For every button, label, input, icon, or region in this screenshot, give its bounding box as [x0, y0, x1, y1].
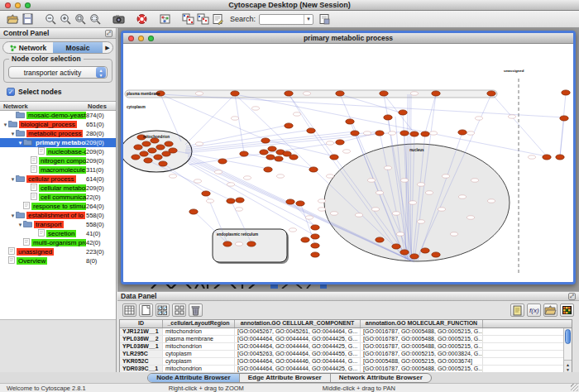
gene-node[interactable] — [458, 130, 467, 135]
gene-node[interactable] — [156, 145, 165, 150]
gene-node[interactable] — [266, 155, 275, 160]
resize-grip[interactable] — [571, 384, 578, 391]
zoom-selected-icon[interactable] — [73, 12, 88, 26]
select-nodes-checkbox[interactable]: ✓ — [7, 88, 15, 96]
save-report-icon[interactable] — [317, 12, 332, 26]
tree-row-nitrogen-compou[interactable]: nitrogen compou209(0) — [0, 156, 116, 165]
gene-node[interactable] — [392, 244, 400, 249]
edge[interactable] — [194, 211, 227, 243]
edge[interactable] — [560, 118, 564, 156]
tab-network[interactable]: Network — [3, 42, 53, 53]
cell-id[interactable]: YPL036W__1 — [120, 343, 163, 350]
edge[interactable] — [146, 160, 231, 200]
gene-node[interactable] — [236, 198, 244, 203]
cell-mf[interactable]: [GO:0016787, GO:0005488, GO:0005215, G..… — [361, 328, 483, 335]
gene-node[interactable] — [346, 119, 354, 124]
attribute-table-icon[interactable] — [122, 304, 136, 317]
edge[interactable] — [185, 94, 235, 145]
gene-node[interactable] — [169, 148, 177, 153]
edge[interactable] — [425, 94, 436, 133]
gene-node[interactable] — [223, 241, 232, 246]
gene-node[interactable] — [421, 131, 429, 136]
zoom-in-icon[interactable] — [58, 12, 73, 26]
gene-node[interactable] — [142, 141, 151, 146]
gene-node[interactable] — [560, 116, 568, 121]
expander-arrow-icon[interactable]: ▼ — [17, 141, 23, 146]
network-canvas[interactable]: plasma membranecytoplasmmitochondrionnuc… — [123, 44, 572, 281]
gene-node[interactable] — [286, 199, 294, 204]
new-attribute-icon[interactable] — [139, 304, 153, 317]
gene-node[interactable] — [296, 201, 304, 206]
heatmap-icon[interactable] — [560, 304, 574, 317]
tab-mosaic[interactable]: Mosaic — [53, 42, 103, 53]
gene-node[interactable] — [260, 150, 268, 155]
tree-column-network[interactable]: Network — [0, 103, 88, 110]
gene-node[interactable] — [227, 198, 235, 203]
cell-region[interactable]: plasma membrane — [163, 336, 235, 342]
cell-id[interactable]: YKR052C — [120, 358, 163, 365]
table-row-ypl036w__2[interactable]: YPL036W__2plasma membrane[GO:0044464, GO… — [120, 336, 572, 343]
gene-node[interactable] — [410, 254, 419, 259]
scrollbar-thumb[interactable] — [565, 329, 571, 344]
column-header-id[interactable]: ID — [120, 320, 163, 327]
gene-node[interactable] — [247, 241, 256, 246]
tree-row-secretion[interactable]: secretion41(0) — [0, 229, 116, 238]
tree-row-response-to-stimulu[interactable]: response to stimulu264(0) — [0, 202, 116, 211]
gene-node[interactable] — [165, 141, 173, 146]
table-row-yjr121w__1[interactable]: YJR121W__1mitochondrion[GO:0045267, GO:0… — [120, 328, 572, 336]
gene-node[interactable] — [285, 123, 293, 128]
gene-node[interactable] — [336, 140, 344, 145]
expander-arrow-icon[interactable]: ▼ — [2, 122, 8, 127]
expander-arrow-icon[interactable]: ▼ — [10, 213, 16, 218]
gene-node[interactable] — [432, 91, 440, 96]
gene-node[interactable] — [330, 155, 338, 160]
cell-mf[interactable]: [GO:0016787, GO:0005488, GO:0005215, G..… — [361, 343, 483, 350]
search-dropdown-arrow-icon[interactable]: ▼ — [304, 15, 313, 24]
column-header-mf[interactable]: annotation.GO MOLECULAR_FUNCTION — [361, 320, 483, 327]
gene-node[interactable] — [556, 155, 564, 160]
zoom-out-icon[interactable] — [43, 12, 58, 26]
unselect-attributes-icon[interactable] — [172, 304, 186, 317]
plasma-membrane-region[interactable] — [125, 90, 497, 98]
cell-region[interactable]: cytoplasm — [163, 358, 235, 365]
gene-node[interactable] — [275, 156, 283, 161]
gene-node[interactable] — [311, 243, 319, 248]
gene-node[interactable] — [543, 155, 551, 160]
tree-column-nodes[interactable]: Nodes — [88, 103, 116, 110]
cell-region[interactable]: cytoplasm — [163, 351, 235, 357]
cell-mf[interactable]: [GO:0016787, GO:0005488, GO:0005215, G..… — [361, 336, 483, 342]
gene-node[interactable] — [240, 151, 248, 156]
column-header-cc[interactable]: annotation.GO CELLULAR_COMPONENT — [235, 320, 361, 327]
gene-node[interactable] — [264, 167, 272, 172]
table-row-ypl036w__1[interactable]: YPL036W__1mitochondrion[GO:0044464, GO:0… — [120, 343, 572, 351]
gene-node[interactable] — [351, 131, 359, 136]
float-data-panel-icon[interactable]: ⤢ — [568, 293, 576, 300]
tree-row-transport[interactable]: ▼transport558(0) — [0, 220, 116, 229]
gene-node[interactable] — [159, 161, 167, 166]
network-window[interactable]: primary metabolic process plasma membran… — [121, 31, 576, 284]
gene-node[interactable] — [189, 209, 198, 214]
gene-node[interactable] — [140, 151, 148, 156]
expander-arrow-icon[interactable]: ▼ — [10, 177, 16, 182]
delete-attribute-icon[interactable] — [189, 304, 203, 317]
tree-row-macromolecule-m[interactable]: macromolecule m311(0) — [0, 165, 116, 174]
tree-row-overview[interactable]: Overview8(0) — [0, 256, 116, 265]
tree-row-mosaic-demo-yeast[interactable]: mosaic-demo-yeast874(0) — [0, 111, 116, 120]
more-tabs-button[interactable]: ▶ — [103, 42, 112, 53]
gene-node[interactable] — [311, 252, 319, 257]
edge[interactable] — [160, 94, 266, 140]
node-color-dropdown[interactable]: transporter activity ▲▼ — [8, 66, 108, 79]
select-attributes-icon[interactable] — [156, 304, 170, 317]
cell-region[interactable]: mitochondrion — [163, 328, 235, 335]
column-header-region[interactable]: _cellularLayoutRegion — [163, 320, 235, 327]
cell-cc[interactable]: [GO:0044464, GO:0044444, GO:0044425, G..… — [235, 336, 361, 342]
cell-cc[interactable]: [GO:0044464, GO:0044444, GO:0044425, G..… — [235, 366, 361, 372]
open-file-icon[interactable] — [5, 12, 20, 26]
cell-cc[interactable]: [GO:0045267, GO:0045261, GO:0044464, G..… — [235, 328, 361, 335]
network-window-titlebar[interactable]: primary metabolic process — [123, 33, 573, 44]
gene-node[interactable] — [132, 155, 140, 160]
snapshot-icon[interactable] — [111, 12, 126, 26]
cell-cc[interactable]: [GO:0044464, GO:0044446, GO:0044444, G..… — [235, 358, 361, 365]
gene-node[interactable] — [290, 155, 298, 160]
tree-row-metabolic-process[interactable]: ▼metabolic process280(0) — [0, 129, 116, 138]
